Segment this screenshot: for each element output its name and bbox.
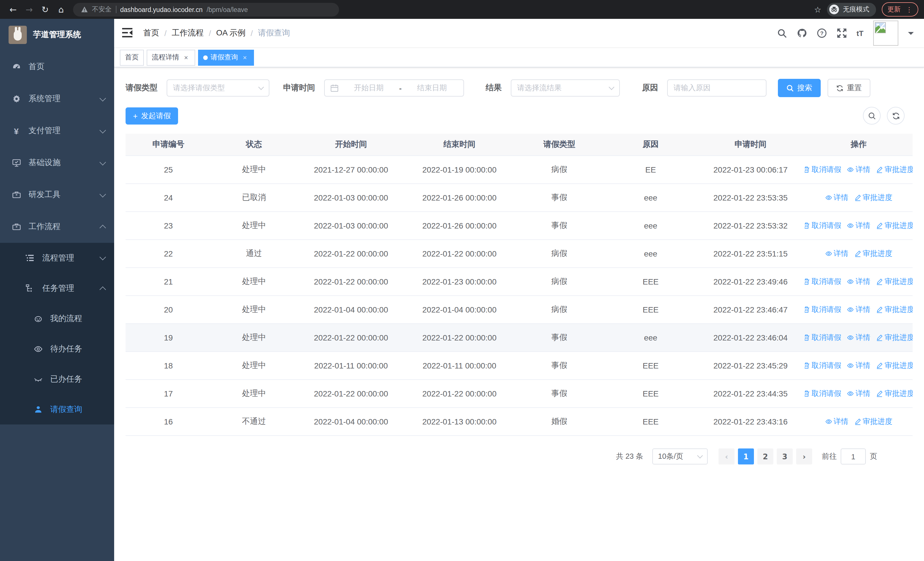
detail-link[interactable]: 详情 <box>847 332 870 343</box>
refresh-table-button[interactable] <box>887 107 904 125</box>
leave-type-select[interactable]: 请选择请假类型 <box>166 80 269 96</box>
approval-progress-link[interactable]: 审批进度 <box>854 248 892 259</box>
approval-progress-link[interactable]: 审批进度 <box>876 277 913 287</box>
detail-link[interactable]: 详情 <box>825 193 848 203</box>
sidebar-item-home[interactable]: 首页 <box>0 51 114 83</box>
browser-forward-button[interactable]: → <box>22 2 36 17</box>
tab-home[interactable]: 首页 <box>120 50 144 65</box>
chevron-up-icon <box>100 225 106 232</box>
browser-update-button[interactable]: 更新 ⋮ <box>882 2 918 17</box>
result-select[interactable]: 请选择流结果 <box>511 80 620 96</box>
detail-link[interactable]: 详情 <box>847 361 870 371</box>
browser-reload-button[interactable]: ↻ <box>38 2 52 17</box>
detail-link[interactable]: 详情 <box>847 221 870 231</box>
detail-link[interactable]: 详情 <box>847 304 870 315</box>
font-size-icon[interactable]: tT <box>856 29 864 38</box>
cancel-leave-link[interactable]: 取消请假 <box>805 361 841 371</box>
browser-home-button[interactable]: ⌂ <box>54 2 69 17</box>
approval-progress-link[interactable]: 审批进度 <box>854 417 892 427</box>
breadcrumb-item[interactable]: 首页 <box>143 28 159 38</box>
page-size-select[interactable]: 10条/页 <box>652 448 708 465</box>
end-time-cell: 2022-01-22 00:00:00 <box>405 389 514 398</box>
sidebar-item-devtools[interactable]: 研发工具 <box>0 179 114 211</box>
reason-cell: EEE <box>605 389 696 398</box>
create-leave-button[interactable]: + 发起请假 <box>126 107 178 124</box>
page-button-1[interactable]: 1 <box>738 448 754 465</box>
approval-progress-link[interactable]: 审批进度 <box>854 193 892 203</box>
approval-progress-link[interactable]: 审批进度 <box>876 361 913 371</box>
approval-progress-link[interactable]: 审批进度 <box>876 332 913 343</box>
sidebar-item-infrastructure[interactable]: 基础设施 <box>0 147 114 179</box>
github-icon[interactable] <box>796 28 807 38</box>
cancel-leave-link[interactable]: 取消请假 <box>805 221 841 231</box>
cancel-leave-link[interactable]: 取消请假 <box>805 304 841 315</box>
goto-page-input[interactable]: 1 <box>841 448 866 465</box>
avatar[interactable] <box>873 21 898 46</box>
tab-process-detail[interactable]: 流程详情 × <box>147 50 195 65</box>
sidebar-item-process-management[interactable]: 流程管理 <box>0 243 114 273</box>
sidebar-item-todo-tasks[interactable]: 待办任务 <box>0 334 114 364</box>
cancel-leave-link[interactable]: 取消请假 <box>805 164 841 175</box>
approval-progress-link[interactable]: 审批进度 <box>876 388 913 399</box>
search-icon <box>868 112 876 120</box>
incognito-label: 无痕模式 <box>843 5 869 14</box>
sidebar-item-label: 待办任务 <box>50 344 105 354</box>
apply-id-cell: 23 <box>126 221 211 230</box>
cancel-leave-link[interactable]: 取消请假 <box>805 388 841 399</box>
edit-icon <box>854 418 861 425</box>
user-menu-caret-icon[interactable] <box>908 32 914 38</box>
close-icon[interactable]: × <box>241 53 249 62</box>
search-button[interactable]: 搜索 <box>778 79 821 97</box>
sidebar-item-leave-query[interactable]: 请假查询 <box>0 394 114 424</box>
leave-type-cell: 事假 <box>514 332 605 343</box>
breadcrumb-item[interactable]: 工作流程 <box>172 28 204 38</box>
approval-progress-link[interactable]: 审批进度 <box>876 221 913 231</box>
actions-cell: 取消请假详情审批进度 <box>805 164 913 175</box>
breadcrumb-separator: / <box>164 29 166 38</box>
fullscreen-icon[interactable] <box>836 28 847 38</box>
sidebar-collapse-icon[interactable] <box>122 28 134 38</box>
approval-progress-link[interactable]: 审批进度 <box>876 304 913 315</box>
show-search-button[interactable] <box>863 107 880 125</box>
detail-link[interactable]: 详情 <box>825 248 848 259</box>
page-button-3[interactable]: 3 <box>777 448 793 465</box>
refresh-icon <box>892 112 900 120</box>
sidebar-item-done-tasks[interactable]: 已办任务 <box>0 364 114 394</box>
sidebar-item-system[interactable]: 系统管理 <box>0 83 114 115</box>
cancel-leave-link[interactable]: 取消请假 <box>805 332 841 343</box>
end-time-cell: 2022-01-23 00:00:00 <box>405 277 514 286</box>
tab-leave-query[interactable]: 请假查询 × <box>198 50 254 65</box>
search-icon[interactable] <box>777 28 787 38</box>
browser-back-button[interactable]: ← <box>6 2 21 17</box>
help-icon[interactable]: ? <box>816 28 827 38</box>
browser-menu-icon[interactable]: ⋮ <box>906 5 913 14</box>
address-bar[interactable]: 不安全 dashboard.yudao.iocoder.cn/bpm/oa/le… <box>73 3 339 16</box>
sidebar-item-payment[interactable]: ¥ 支付管理 <box>0 115 114 147</box>
prev-page-button[interactable]: ‹ <box>718 448 735 465</box>
app-logo[interactable]: 芋道管理系统 <box>0 19 114 51</box>
eye-closed-icon <box>33 374 43 384</box>
breadcrumb-item[interactable]: OA 示例 <box>216 28 246 38</box>
result-label: 结果 <box>486 83 502 93</box>
detail-link[interactable]: 详情 <box>847 164 870 175</box>
close-icon[interactable]: × <box>182 53 190 62</box>
detail-link[interactable]: 详情 <box>847 277 870 287</box>
approval-progress-link[interactable]: 审批进度 <box>876 164 913 175</box>
sidebar-item-task-management[interactable]: 任务管理 <box>0 273 114 303</box>
apply-time-cell: 2022-01-22 23:44:35 <box>696 389 805 398</box>
actions-cell: 取消请假详情审批进度 <box>805 332 913 343</box>
cancel-leave-link[interactable]: 取消请假 <box>805 277 841 287</box>
next-page-button[interactable]: › <box>796 448 812 465</box>
svg-text:?: ? <box>820 30 824 36</box>
sidebar-item-my-process[interactable]: 我的流程 <box>0 303 114 334</box>
reason-input[interactable]: 请输入原因 <box>667 80 766 96</box>
bookmark-star-icon[interactable]: ☆ <box>814 5 821 14</box>
security-label: 不安全 <box>92 5 112 14</box>
reset-button[interactable]: 重置 <box>828 79 870 97</box>
page-button-2[interactable]: 2 <box>758 448 773 465</box>
date-range-separator: - <box>399 84 402 92</box>
detail-link[interactable]: 详情 <box>825 417 848 427</box>
sidebar-item-workflow[interactable]: 工作流程 <box>0 211 114 243</box>
apply-time-range-picker[interactable]: 开始日期 - 结束日期 <box>324 80 464 96</box>
detail-link[interactable]: 详情 <box>847 388 870 399</box>
